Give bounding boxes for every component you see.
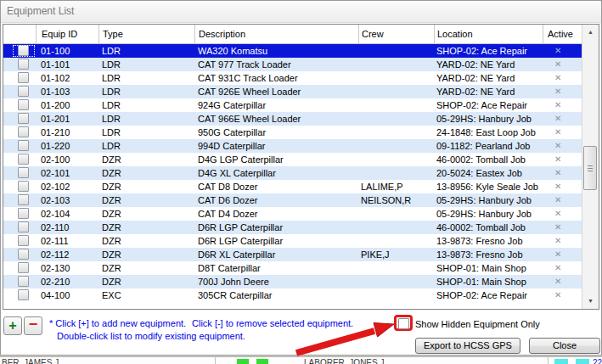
- cell-location: SHOP-01: Main Shop: [434, 261, 543, 275]
- row-checkbox[interactable]: [18, 126, 29, 137]
- cell-active: ✕: [543, 180, 582, 193]
- background-green-cell: [256, 359, 268, 364]
- cell-equip-id: 01-200: [36, 98, 98, 112]
- table-row[interactable]: 01-201 LDR CAT 966E Wheel Loader 05-29HS…: [3, 112, 582, 126]
- cell-crew: [358, 221, 434, 234]
- row-checkbox-cell: [12, 126, 36, 139]
- row-checkbox-cell: [12, 275, 36, 288]
- cell-location: YARD-02: NE Yard: [434, 71, 543, 85]
- row-checkbox[interactable]: [18, 86, 29, 97]
- table-row[interactable]: 04-100 EXC 305CR Caterpillar SHOP-02: Ac…: [3, 288, 582, 302]
- table-row[interactable]: 01-220 LDR 994D Caterpillar 09-1182: Pea…: [3, 139, 582, 153]
- table-row[interactable]: 01-210 LDR 950G Caterpillar 24-1848: Eas…: [3, 126, 582, 139]
- row-checkbox[interactable]: [18, 289, 29, 300]
- cell-crew: [358, 58, 434, 71]
- cell-type: LDR: [98, 139, 194, 153]
- cell-description: D6R LGP Caterpillar: [194, 234, 358, 248]
- row-checkbox-cell: [12, 98, 36, 112]
- row-checkbox-cell: [12, 112, 36, 126]
- row-checkbox[interactable]: [18, 113, 29, 124]
- table-row[interactable]: 01-102 LDR CAT 931C Track Loader YARD-02…: [3, 71, 582, 85]
- table-row[interactable]: 01-200 LDR 924G Caterpillar SHOP-02: Ace…: [3, 98, 582, 112]
- equipment-grid[interactable]: Equip ID Type Description Crew Location …: [3, 24, 599, 310]
- table-row[interactable]: 02-210 DZR 700J John Deere SHOP-01: Main…: [3, 275, 582, 288]
- cell-active: ✕: [543, 234, 582, 248]
- cell-location: 05-29HS: Hanbury Job: [434, 193, 543, 207]
- row-checkbox[interactable]: [18, 221, 29, 232]
- row-checkbox[interactable]: [18, 235, 29, 246]
- scroll-down-icon[interactable]: ▼: [582, 295, 599, 307]
- cell-equip-id: 04-100: [36, 288, 98, 302]
- cell-crew: [358, 126, 434, 139]
- export-to-hcss-gps-button[interactable]: Export to HCSS GPS: [415, 338, 520, 354]
- cell-equip-id: 02-103: [36, 193, 98, 207]
- row-checkbox-cell: [12, 207, 36, 221]
- cell-crew: PIKE,J: [358, 248, 434, 261]
- row-header: [3, 126, 12, 139]
- row-checkbox[interactable]: [18, 167, 29, 178]
- cell-type: LDR: [98, 85, 194, 98]
- header-crew[interactable]: Crew: [358, 25, 434, 43]
- cell-type: LDR: [98, 126, 194, 139]
- table-row[interactable]: 02-101 DZR D4G XL Caterpillar 20-5024: E…: [3, 166, 582, 180]
- table-row[interactable]: 02-112 DZR D6R XL Caterpillar PIKE,J 13-…: [3, 248, 582, 261]
- row-header: [3, 153, 12, 166]
- cell-description: CAT 926E Wheel Loader: [194, 85, 358, 98]
- row-checkbox[interactable]: [18, 45, 29, 56]
- row-checkbox[interactable]: [18, 154, 29, 165]
- row-checkbox[interactable]: [18, 208, 29, 219]
- show-hidden-label[interactable]: Show Hidden Equipment Only: [415, 319, 540, 329]
- table-row[interactable]: 02-110 DZR D6R LGP Caterpillar 46-0002: …: [3, 221, 582, 234]
- cell-active: ✕: [543, 248, 582, 261]
- header-description[interactable]: Description: [194, 25, 358, 43]
- row-checkbox[interactable]: [18, 276, 29, 287]
- header-equip-id[interactable]: Equip ID: [36, 25, 98, 43]
- cell-description: D4G LGP Caterpillar: [194, 153, 358, 166]
- cell-equip-id: 02-111: [36, 234, 98, 248]
- close-button[interactable]: Close: [529, 338, 600, 354]
- cell-type: LDR: [98, 58, 194, 71]
- table-row[interactable]: 02-100 DZR D4G LGP Caterpillar 46-0002: …: [3, 153, 582, 166]
- table-row[interactable]: 02-102 DZR CAT D8 Dozer LALIME,P 13-8956…: [3, 180, 582, 193]
- cell-equip-id: 02-112: [36, 248, 98, 261]
- row-checkbox[interactable]: [18, 59, 29, 70]
- table-row[interactable]: 02-103 DZR CAT D6 Dozer NEILSON,R 05-29H…: [3, 193, 582, 207]
- table-row[interactable]: 01-103 LDR CAT 926E Wheel Loader YARD-02…: [3, 85, 582, 98]
- cell-crew: [358, 98, 434, 112]
- cell-location: 05-29HS: Hanbury Job: [434, 112, 543, 126]
- vertical-scrollbar[interactable]: ▲ ▼: [582, 25, 599, 309]
- table-row[interactable]: 01-101 LDR CAT 977 Track Loader YARD-02:…: [3, 58, 582, 71]
- title-bar[interactable]: Equipment List: [1, 1, 601, 23]
- table-row[interactable]: 02-130 DZR D8T Caterpillar SHOP-01: Main…: [3, 261, 582, 275]
- row-checkbox[interactable]: [18, 140, 29, 151]
- cell-description: 950G Caterpillar: [194, 126, 358, 139]
- scrollbar-thumb[interactable]: [583, 146, 597, 190]
- table-row[interactable]: 02-104 DZR CAT D4 Dozer 05-29HS: Hanbury…: [3, 207, 582, 221]
- row-checkbox[interactable]: [18, 99, 29, 110]
- table-row[interactable]: 02-111 DZR D6R LGP Caterpillar 13-9873: …: [3, 234, 582, 248]
- row-header: [3, 207, 12, 221]
- cell-crew: [358, 288, 434, 302]
- cell-type: DZR: [98, 180, 194, 193]
- header-blank: [3, 25, 36, 43]
- header-location[interactable]: Location: [434, 25, 543, 43]
- header-active[interactable]: Active: [543, 25, 582, 43]
- cell-equip-id: 01-201: [36, 112, 98, 126]
- scroll-up-icon[interactable]: ▲: [582, 26, 599, 38]
- row-checkbox[interactable]: [18, 262, 29, 273]
- row-checkbox[interactable]: [18, 194, 29, 205]
- cell-crew: LALIME,P: [358, 180, 434, 193]
- remove-equipment-button[interactable]: −: [24, 316, 42, 335]
- row-checkbox[interactable]: [18, 72, 29, 83]
- header-type[interactable]: Type: [98, 25, 194, 43]
- cell-type: LDR: [98, 71, 194, 85]
- row-checkbox-cell: [12, 180, 36, 193]
- row-checkbox[interactable]: [18, 249, 29, 260]
- cell-type: DZR: [98, 261, 194, 275]
- row-checkbox[interactable]: [18, 181, 29, 192]
- equipment-list-dialog: Equipment List Equip ID Type Description…: [0, 0, 602, 356]
- add-equipment-button[interactable]: +: [3, 316, 22, 335]
- row-checkbox-cell: [12, 71, 36, 85]
- table-row[interactable]: 01-100 LDR WA320 Komatsu SHOP-02: Ace Re…: [3, 44, 582, 58]
- row-header: [3, 71, 12, 85]
